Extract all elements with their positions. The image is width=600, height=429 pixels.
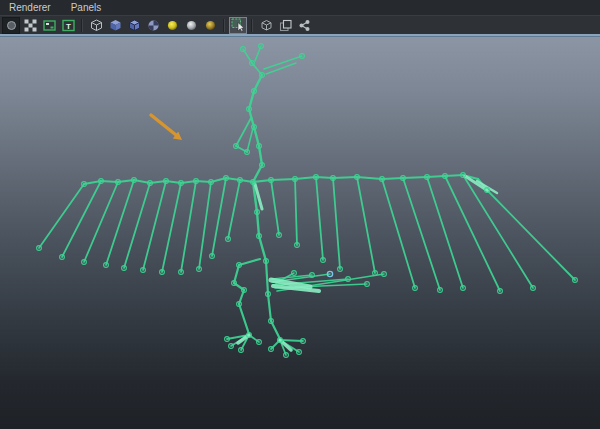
annotation-arrow [151, 115, 182, 140]
selection-cursor-icon[interactable] [229, 17, 247, 34]
panel-menu-bar: Renderer Panels [0, 0, 600, 15]
bird-skeleton [37, 44, 578, 358]
toolbar-separator [251, 19, 253, 32]
share-nodes-icon[interactable] [295, 17, 313, 34]
light-sphere-white-icon[interactable] [182, 17, 200, 34]
camera-lens-icon[interactable] [2, 17, 20, 34]
menu-panels[interactable]: Panels [71, 0, 102, 15]
maya-panel-window: Renderer Panels T [0, 0, 600, 429]
wireframe-on-shaded-cube-icon[interactable] [125, 17, 143, 34]
svg-text:T: T [66, 21, 71, 30]
isolate-cube-icon[interactable] [257, 17, 275, 34]
textured-sphere-icon[interactable] [144, 17, 162, 34]
toolbar-separator [81, 19, 83, 32]
resolution-gate-icon[interactable] [40, 17, 58, 34]
light-sphere-yellow-icon[interactable] [163, 17, 181, 34]
field-chart-icon[interactable]: T [59, 17, 77, 34]
menu-renderer[interactable]: Renderer [9, 0, 51, 15]
viewport-3d[interactable] [0, 37, 600, 429]
toolbar-separator [223, 19, 225, 32]
wireframe-cube-icon[interactable] [87, 17, 105, 34]
smooth-shade-cube-icon[interactable] [106, 17, 124, 34]
viewport-toolbar: T [0, 15, 600, 34]
overlap-squares-icon[interactable] [276, 17, 294, 34]
scene-svg [0, 37, 600, 428]
film-gate-icon[interactable] [21, 17, 39, 34]
light-sphere-gold-icon[interactable] [201, 17, 219, 34]
